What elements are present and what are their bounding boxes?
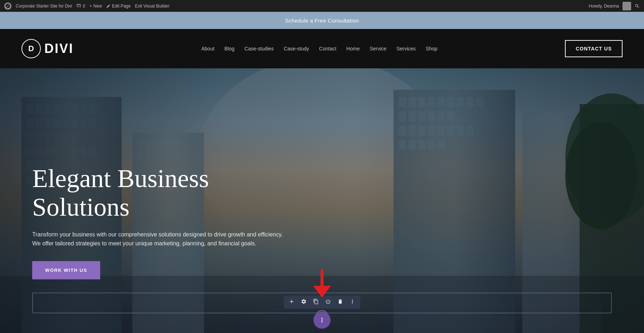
exit-builder-item[interactable]: Exit Visual Builder bbox=[135, 4, 170, 9]
wp-logo-icon[interactable] bbox=[4, 3, 11, 10]
nav-item-service[interactable]: Service bbox=[370, 46, 386, 52]
toolbar-more-icon[interactable] bbox=[350, 299, 355, 306]
toolbar-settings-icon[interactable] bbox=[301, 299, 307, 306]
site-header: D DIVI About Blog Case-studies Case-stud… bbox=[0, 29, 644, 68]
nav-item-services[interactable]: Services bbox=[396, 46, 416, 52]
banner-text: Schedule a Free Consultation bbox=[285, 18, 359, 24]
search-icon[interactable] bbox=[635, 4, 640, 9]
hero-subtitle: Transform your business with our compreh… bbox=[32, 230, 290, 248]
contact-us-button[interactable]: CONTACT US bbox=[565, 40, 623, 57]
comments-item[interactable]: 0 bbox=[76, 4, 85, 9]
logo-text: DIVI bbox=[44, 41, 74, 56]
nav-item-about[interactable]: About bbox=[201, 46, 215, 52]
new-item[interactable]: + New bbox=[89, 4, 102, 9]
edit-page-item[interactable]: Edit Page bbox=[106, 4, 131, 9]
site-name[interactable]: Corporate Starter Site for Divi bbox=[16, 4, 72, 9]
site-logo[interactable]: D DIVI bbox=[21, 39, 74, 58]
wp-admin-bar: Corporate Starter Site for Divi 0 + New … bbox=[0, 0, 644, 12]
toolbar-delete-icon[interactable] bbox=[337, 299, 343, 306]
hero-content: Elegant Business Solutions Transform you… bbox=[32, 165, 311, 279]
avatar bbox=[623, 2, 631, 10]
nav-item-case-studies[interactable]: Case-studies bbox=[244, 46, 274, 52]
svg-marker-100 bbox=[313, 286, 331, 298]
howdy-label: Howdy, Deanna bbox=[589, 4, 619, 9]
nav-item-contact[interactable]: Contact bbox=[319, 46, 336, 52]
top-banner: Schedule a Free Consultation bbox=[0, 12, 644, 29]
hero-section: Elegant Business Solutions Transform you… bbox=[0, 68, 644, 333]
nav-item-blog[interactable]: Blog bbox=[224, 46, 234, 52]
nav-item-shop[interactable]: Shop bbox=[426, 46, 438, 52]
logo-circle-icon: D bbox=[21, 39, 41, 58]
hero-title: Elegant Business Solutions bbox=[32, 165, 311, 221]
nav-item-case-study[interactable]: Case-study bbox=[284, 46, 309, 52]
work-with-us-button[interactable]: WORK WITH US bbox=[32, 261, 100, 279]
nav-item-home[interactable]: Home bbox=[346, 46, 360, 52]
red-arrow-indicator bbox=[308, 267, 336, 301]
divi-fab-menu-button[interactable] bbox=[313, 312, 331, 329]
site-nav: About Blog Case-studies Case-study Conta… bbox=[201, 46, 438, 52]
toolbar-add-icon[interactable] bbox=[289, 299, 294, 306]
